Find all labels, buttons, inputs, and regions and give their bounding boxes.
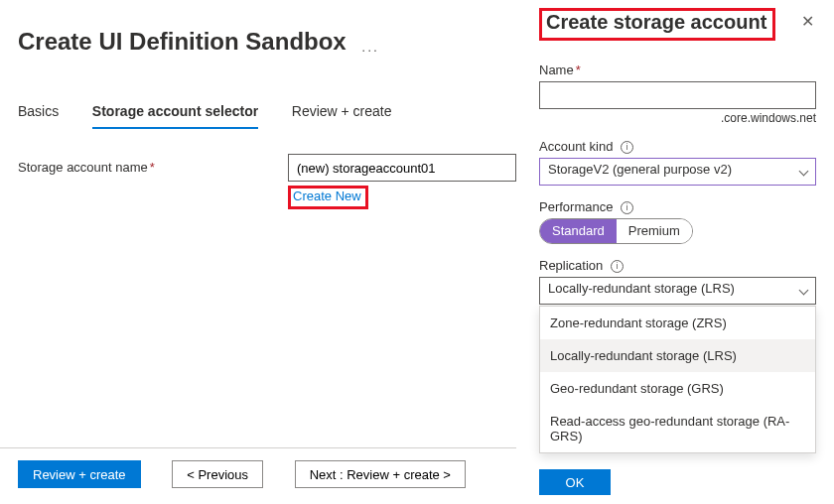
info-icon[interactable]: i — [621, 141, 633, 154]
replication-option[interactable]: Geo-redundant storage (GRS) — [540, 372, 815, 405]
panel-title: Create storage account — [546, 11, 766, 33]
tab-bar: Basics Storage account selector Review +… — [18, 97, 516, 130]
next-button[interactable]: Next : Review + create > — [295, 460, 466, 488]
replication-select[interactable]: Locally-redundant storage (LRS) — [539, 277, 816, 305]
replication-dropdown: Zone-redundant storage (ZRS) Locally-red… — [539, 306, 816, 453]
chevron-down-icon — [799, 167, 809, 177]
review-create-button[interactable]: Review + create — [18, 460, 141, 488]
account-kind-select[interactable]: StorageV2 (general purpose v2) — [539, 158, 816, 186]
replication-label: Replication i — [539, 258, 816, 273]
replication-option[interactable]: Locally-redundant storage (LRS) — [540, 339, 815, 372]
info-icon[interactable]: i — [621, 201, 633, 214]
create-new-link[interactable]: Create New — [288, 186, 368, 209]
name-label: Name* — [539, 63, 816, 77]
required-indicator: * — [150, 160, 155, 175]
name-input[interactable] — [539, 81, 816, 109]
close-icon[interactable]: ✕ — [799, 8, 816, 35]
ok-button[interactable]: OK — [539, 469, 611, 495]
create-storage-panel: Create storage account ✕ Name* .core.win… — [531, 0, 834, 504]
tab-review-create[interactable]: Review + create — [292, 97, 392, 129]
panel-title-highlight: Create storage account — [539, 8, 775, 41]
tab-basics[interactable]: Basics — [18, 97, 59, 129]
account-kind-label: Account kind i — [539, 139, 816, 154]
replication-option[interactable]: Zone-redundant storage (ZRS) — [540, 307, 815, 339]
storage-name-input[interactable] — [288, 154, 516, 182]
performance-premium[interactable]: Premium — [617, 219, 692, 243]
performance-label: Performance i — [539, 199, 816, 214]
storage-name-label: Storage account name* — [18, 154, 288, 175]
replication-option[interactable]: Read-access geo-redundant storage (RA-GR… — [540, 405, 815, 452]
chevron-down-icon — [799, 286, 809, 296]
wizard-footer: Review + create < Previous Next : Review… — [0, 447, 516, 504]
performance-toggle: Standard Premium — [539, 218, 693, 244]
name-suffix: .core.windows.net — [539, 111, 816, 125]
more-icon[interactable]: ... — [361, 39, 379, 55]
tab-storage-selector[interactable]: Storage account selector — [92, 97, 258, 129]
previous-button[interactable]: < Previous — [172, 460, 263, 488]
info-icon[interactable]: i — [611, 260, 624, 273]
page-title: Create UI Definition Sandbox — [18, 28, 347, 56]
performance-standard[interactable]: Standard — [540, 219, 617, 243]
